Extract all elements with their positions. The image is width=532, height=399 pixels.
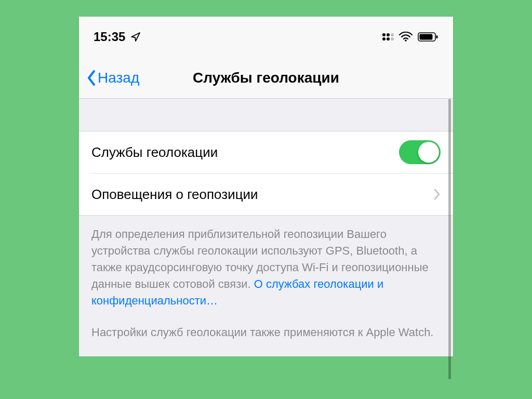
location-services-cell[interactable]: Службы геолокации: [79, 131, 453, 173]
status-bar-right: [382, 32, 438, 42]
chevron-right-icon: [433, 188, 441, 201]
location-alerts-label: Оповещения о геопозиции: [91, 187, 258, 203]
group-spacer: [79, 99, 453, 131]
toggle-knob: [418, 142, 439, 163]
status-bar-left: 15:35: [94, 30, 141, 44]
location-services-label: Службы геолокации: [91, 144, 218, 161]
cellular-signal-icon: [382, 33, 394, 41]
settings-group: Службы геолокации Оповещения о геопозици…: [79, 131, 453, 216]
status-bar: 15:35: [79, 17, 453, 57]
status-time: 15:35: [94, 30, 125, 44]
battery-icon: [418, 32, 438, 42]
scrollbar[interactable]: [448, 99, 451, 379]
svg-point-0: [405, 39, 407, 42]
back-label: Назад: [98, 70, 139, 86]
back-button[interactable]: Назад: [86, 70, 139, 86]
navigation-bar: Назад Службы геолокации: [79, 57, 453, 99]
footer-text: Для определения приблизительной геопозиц…: [79, 216, 453, 356]
svg-rect-3: [436, 35, 438, 38]
svg-rect-2: [420, 34, 433, 40]
footer-paragraph-2: Настройки служб геолокации также применя…: [91, 324, 441, 341]
page-title: Службы геолокации: [193, 70, 339, 86]
location-arrow-icon: [130, 32, 141, 42]
chevron-left-icon: [86, 70, 97, 86]
location-alerts-cell[interactable]: Оповещения о геопозиции: [79, 174, 453, 215]
content-area: Службы геолокации Оповещения о геопозици…: [79, 99, 453, 356]
phone-frame: 15:35: [79, 17, 453, 356]
wifi-icon: [399, 32, 413, 42]
location-services-toggle[interactable]: [399, 140, 441, 164]
